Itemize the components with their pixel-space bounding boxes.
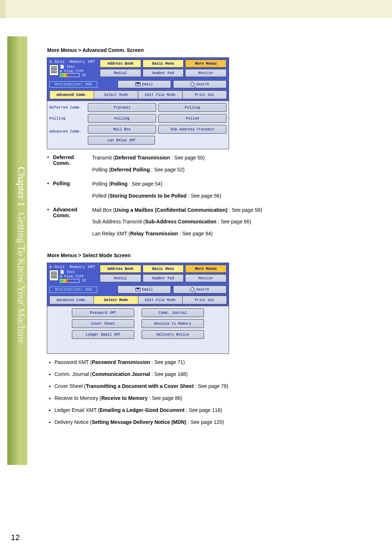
desc-term: Deferred Comm. <box>53 154 92 178</box>
transmit-button[interactable]: Transmit <box>88 103 156 112</box>
tab-select-mode[interactable]: Select Mode <box>94 90 138 99</box>
polling-button[interactable]: Polling <box>158 103 226 112</box>
chapter-title: Getting To Know Your Machine <box>16 212 27 344</box>
desc-line: Polling (Polling : See page 54) <box>92 181 361 187</box>
delivery-notice-button[interactable]: Delivery Notice <box>142 330 204 339</box>
number-pad-button[interactable]: Number Pad <box>143 274 184 282</box>
search-icon <box>190 82 195 86</box>
lan-relay-xmt-button[interactable]: Lan Relay XMT <box>88 136 155 145</box>
desc-line: Sub Address Transmit (Sub-Address Commun… <box>92 218 361 225</box>
basic-menu-button[interactable]: Basic Menu <box>143 265 184 273</box>
chapter-side-tab: Chapter 1 Getting To Know Your Machine <box>7 36 27 465</box>
list-item: Ledger Email XMT (Emailing a Ledger-Size… <box>54 407 361 414</box>
row-label: Advanced Comm. <box>49 125 86 134</box>
destinations-count: Destinations: 000 <box>49 287 97 293</box>
email-button[interactable]: Email <box>118 80 171 88</box>
list-item: Delivery Notice (Setting Message Deliver… <box>54 419 361 426</box>
redial-button[interactable]: Redial <box>100 69 141 77</box>
row-label: Deferred Comm. <box>49 105 86 110</box>
page-number: 12 <box>11 533 20 542</box>
tab-edit-file-mode[interactable]: Edit File Mode <box>138 90 183 99</box>
basic-menu-button[interactable]: Basic Menu <box>143 60 184 68</box>
monitor-button[interactable]: Monitor <box>185 274 226 282</box>
desc-term: Advanced Comm. <box>53 207 92 243</box>
envelope-icon <box>135 82 140 86</box>
select-mode-panel: 8.5x11 Memory XMT 📄 Text ⊞ Fine,TIFF ID <box>47 263 229 354</box>
status-area: 8.5x11 Memory XMT 📄 Text ⊞ Fine,TIFF ID <box>49 60 98 77</box>
list-item: Cover Sheet (Transmitting a Document wit… <box>54 383 361 390</box>
desc-line: Mail Box (Using a Mailbox (Confidential … <box>92 207 361 214</box>
tab-edit-file-mode[interactable]: Edit File Mode <box>138 296 183 304</box>
address-book-button[interactable]: Address Book <box>100 265 141 273</box>
sub-address-transmit-button[interactable]: Sub Address Transmit <box>158 125 226 134</box>
advanced-comm-descriptions: •Deferred Comm.Transmit (Deferred Transm… <box>47 154 361 242</box>
envelope-icon <box>135 288 140 291</box>
redial-button[interactable]: Redial <box>100 274 141 282</box>
comm-journal-button[interactable]: Comm. Journal <box>142 308 204 317</box>
tab-advanced-comm[interactable]: Advanced Comm. <box>49 90 94 99</box>
email-button[interactable]: Email <box>118 285 171 293</box>
tab-select-mode[interactable]: Select Mode <box>94 296 138 304</box>
desc-line: Transmit (Deferred Transmission : See pa… <box>92 154 361 161</box>
select-mode-descriptions: Password XMT (Password Transmission : Se… <box>47 359 361 425</box>
address-book-button[interactable]: Address Book <box>100 60 141 68</box>
polling-button[interactable]: Polling <box>88 114 156 123</box>
polled-button[interactable]: Polled <box>158 114 226 123</box>
password-xmt-button[interactable]: Password XMT <box>72 308 134 317</box>
list-item: Receive to Memory (Receive to Memory : S… <box>54 395 361 402</box>
more-menus-button[interactable]: More Menus <box>185 60 226 68</box>
tab-print-out[interactable]: Print Out <box>182 90 227 99</box>
number-pad-button[interactable]: Number Pad <box>143 69 184 77</box>
chapter-tab-label: Chapter 1 <box>16 167 27 207</box>
ledger-email-xmt-button[interactable]: Ledger Email XMT <box>72 330 134 339</box>
desc-line: Polling (Deferred Polling : See page 52) <box>92 166 361 173</box>
document-icon <box>49 270 58 281</box>
list-item: Password XMT (Password Transmission : Se… <box>54 359 361 366</box>
status-area: 8.5x11 Memory XMT 📄 Text ⊞ Fine,TIFF ID <box>49 265 98 283</box>
destinations-count: Destinations: 000 <box>49 81 97 88</box>
row-label: Polling <box>49 116 86 121</box>
more-menus-button[interactable]: More Menus <box>185 265 226 273</box>
tab-advanced-comm[interactable]: Advanced Comm. <box>49 296 94 304</box>
search-button[interactable]: Search <box>173 285 226 293</box>
monitor-button[interactable]: Monitor <box>185 69 226 77</box>
section-heading: More Menus > Advanced Comm. Screen <box>47 47 361 53</box>
tab-print-out[interactable]: Print Out <box>182 296 227 304</box>
receive-to-memory-button[interactable]: Receive to Memory <box>142 319 204 328</box>
search-icon <box>190 287 195 292</box>
desc-line: Polled (Storing Documents to be Polled :… <box>92 193 361 199</box>
desc-line: Lan Relay XMT (Relay Transmission : See … <box>92 230 361 237</box>
search-button[interactable]: Search <box>173 80 226 88</box>
list-item: Comm. Journal (Communication Journal : S… <box>54 371 361 378</box>
cover-sheet-button[interactable]: Cover Sheet <box>72 319 134 328</box>
section-heading: More Menus > Select Mode Screen <box>47 252 361 258</box>
desc-term: Polling <box>53 181 92 204</box>
document-icon <box>49 65 58 76</box>
density-meter <box>60 279 79 283</box>
density-meter <box>60 73 79 77</box>
advanced-comm-panel: 8.5x11 Memory XMT 📄 Text ⊞ Fine,TIFF ID <box>47 57 229 149</box>
mail-box-button[interactable]: Mail Box <box>88 125 156 134</box>
